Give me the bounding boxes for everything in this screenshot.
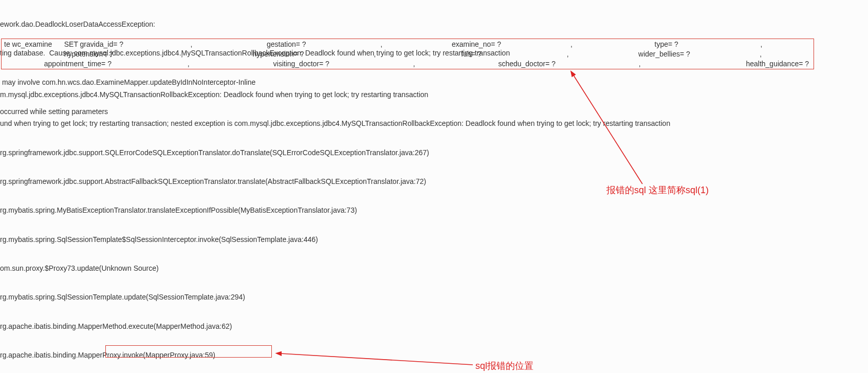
sql-sep: ,	[714, 40, 809, 49]
stack-line: rg.springframework.jdbc.support.Abstract…	[0, 177, 868, 186]
sql-sep: ,	[144, 40, 239, 49]
sql-cell: wider_bellies= ?	[616, 49, 713, 59]
sql-cell: type= ?	[619, 40, 714, 49]
stack-line: und when trying to get lock; try restart…	[0, 119, 868, 128]
sql-cell: hypotension= ?	[4, 49, 134, 59]
annotation-bottom: sql报错的位置	[475, 360, 533, 372]
stack-line: rg.mybatis.spring.SqlSessionTemplate.upd…	[0, 292, 868, 302]
stack-trace: m.mysql.jdbc.exceptions.jdbc4.MySQLTrans…	[0, 70, 868, 373]
sql-sep: ,	[326, 49, 423, 59]
annotation-top: 报错的sql 这里简称sql(1)	[606, 184, 709, 196]
sql-cell: visiting_doctor= ?	[245, 59, 358, 69]
sql-sep: ,	[712, 49, 809, 59]
stack-line: m.mysql.jdbc.exceptions.jdbc4.MySQLTrans…	[0, 90, 868, 100]
sql-cell: health_guidance= ?	[696, 59, 809, 69]
sql-cell: examine_no= ?	[429, 40, 524, 49]
intro-line: ework.dao.DeadlockLoserDataAccessExcepti…	[0, 20, 510, 29]
sql-cell: gestation= ?	[239, 40, 334, 49]
sql-sep: ,	[334, 40, 429, 49]
stack-line: om.sun.proxy.$Proxy73.update(Unknown Sou…	[0, 264, 868, 273]
sql-sep: ,	[524, 40, 619, 49]
stack-line: rg.mybatis.spring.SqlSessionTemplate$Sql…	[0, 235, 868, 245]
sql-sep: ,	[358, 59, 471, 69]
stack-line: rg.apache.ibatis.binding.MapperProxy.inv…	[0, 350, 868, 360]
sql-cell: schedu_doctor= ?	[470, 59, 583, 69]
stack-line: rg.springframework.jdbc.support.SQLError…	[0, 148, 868, 158]
sql-grid: te wc_examine SET gravida_id= ? , gestat…	[0, 40, 813, 69]
sql-sep: ,	[583, 59, 696, 69]
stack-line: rg.mybatis.spring.MyBatisExceptionTransl…	[0, 206, 868, 215]
sql-cell: fuh= ?	[423, 49, 520, 59]
sql-cell: hypertension= ?	[230, 49, 327, 59]
stack-line: rg.apache.ibatis.binding.MapperMethod.ex…	[0, 322, 868, 331]
sql-cell: appointment_time= ?	[4, 59, 132, 69]
sql-sep: ,	[132, 59, 245, 69]
sql-sep: ,	[520, 49, 616, 59]
sql-sep: ,	[134, 49, 230, 59]
sql-cell: te wc_examine SET gravida_id= ?	[4, 40, 144, 49]
log-screenshot: { "intro": [ "ework.dao.DeadlockLoserDat…	[0, 0, 868, 373]
